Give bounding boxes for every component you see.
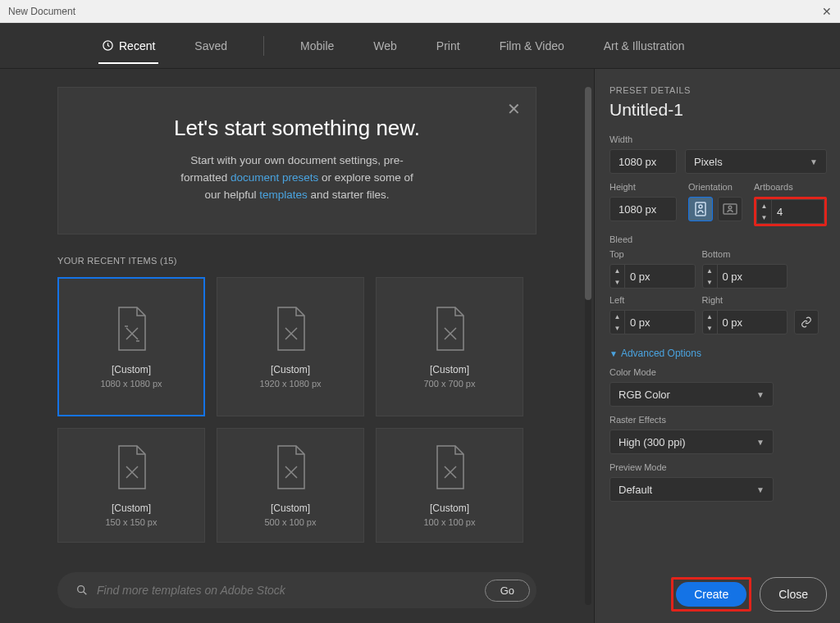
recent-items-label: YOUR RECENT ITEMS (15)	[57, 256, 576, 266]
preset-card[interactable]: [Custom] 500 x 100 px	[217, 428, 364, 543]
bleed-top-input[interactable]: ▲▼	[609, 264, 696, 289]
card-title: [Custom]	[430, 502, 469, 514]
color-mode-select[interactable]: RGB Color ▼	[609, 382, 774, 407]
link-bleed-button[interactable]	[794, 310, 819, 334]
tab-web[interactable]: Web	[370, 33, 400, 59]
card-dimensions: 500 x 100 px	[265, 517, 317, 527]
stepper-down-icon[interactable]: ▼	[703, 322, 717, 334]
link-icon	[801, 316, 812, 328]
bleed-bottom-label: Bottom	[702, 249, 788, 259]
go-button[interactable]: Go	[485, 580, 530, 602]
orientation-portrait[interactable]	[688, 197, 713, 221]
stepper-down-icon[interactable]: ▼	[757, 211, 771, 223]
stepper-down-icon[interactable]: ▼	[703, 276, 717, 288]
stepper-down-icon[interactable]: ▼	[610, 322, 624, 334]
hero-description: Start with your own document settings, p…	[125, 152, 469, 204]
height-label: Height	[609, 182, 677, 192]
window-close-icon[interactable]: ✕	[822, 5, 832, 18]
preset-details-panel: PRESET DETAILS Untitled-1 Width 1080 px …	[594, 69, 840, 623]
stock-search-bar: Go	[57, 572, 536, 608]
advanced-options-toggle[interactable]: ▼ Advanced Options	[609, 348, 827, 359]
tab-film-video[interactable]: Film & Video	[496, 33, 568, 59]
card-title: [Custom]	[112, 364, 151, 375]
link-document-presets[interactable]: document presets	[231, 171, 318, 184]
stock-search-input[interactable]	[97, 584, 477, 597]
bleed-left-label: Left	[609, 295, 696, 305]
document-icon	[112, 443, 151, 491]
tab-label: Web	[373, 39, 397, 52]
bleed-left-input[interactable]: ▲▼	[609, 310, 696, 334]
chevron-down-icon: ▼	[756, 390, 765, 399]
tab-label: Print	[436, 39, 460, 52]
stepper-up-icon[interactable]: ▲	[703, 265, 717, 276]
preset-card[interactable]: [Custom] 700 x 700 px	[376, 277, 523, 416]
chevron-down-icon: ▼	[609, 349, 618, 358]
tab-label: Mobile	[300, 39, 334, 52]
height-input[interactable]: 1080 px	[609, 197, 677, 221]
hero-banner: ✕ Let's start something new. Start with …	[57, 87, 536, 234]
recent-items-grid: [Custom] 1080 x 1080 px [Custom] 1920 x …	[57, 277, 536, 543]
stepper-up-icon[interactable]: ▲	[757, 200, 771, 211]
card-title: [Custom]	[112, 502, 151, 514]
bleed-right-input[interactable]: ▲▼	[702, 310, 788, 334]
artboards-stepper[interactable]: ▲▼	[756, 199, 824, 224]
card-title: [Custom]	[430, 364, 469, 375]
search-icon	[75, 584, 89, 597]
bleed-bottom-input[interactable]: ▲▼	[702, 264, 788, 289]
stepper-up-icon[interactable]: ▲	[703, 311, 717, 322]
scrollbar[interactable]	[585, 87, 591, 605]
tab-recent[interactable]: Recent	[98, 33, 158, 59]
width-label: Width	[609, 134, 827, 144]
bleed-top-label: Top	[609, 249, 696, 259]
tab-saved[interactable]: Saved	[191, 33, 231, 59]
orientation-landscape[interactable]	[718, 197, 742, 221]
tab-label: Recent	[119, 39, 155, 52]
preset-card[interactable]: [Custom] 150 x 150 px	[57, 428, 205, 543]
artboards-input[interactable]	[772, 200, 813, 223]
stepper-up-icon[interactable]: ▲	[610, 265, 624, 276]
card-title: [Custom]	[271, 502, 310, 514]
preset-card[interactable]: [Custom] 1920 x 1080 px	[217, 277, 364, 416]
card-title: [Custom]	[271, 364, 310, 375]
create-button[interactable]: Create	[676, 582, 746, 607]
orientation-label: Orientation	[688, 182, 742, 192]
panel-header: PRESET DETAILS	[609, 85, 827, 95]
card-dimensions: 1080 x 1080 px	[100, 379, 162, 389]
tab-label: Art & Illustration	[604, 39, 685, 52]
clock-icon	[102, 39, 114, 52]
document-icon	[430, 443, 469, 491]
svg-point-5	[728, 206, 732, 209]
tab-art-illustration[interactable]: Art & Illustration	[600, 33, 688, 59]
scrollbar-thumb[interactable]	[585, 87, 591, 300]
stepper-up-icon[interactable]: ▲	[610, 311, 624, 322]
link-templates[interactable]: templates	[259, 189, 308, 201]
card-dimensions: 150 x 150 px	[106, 517, 158, 527]
window-title: New Document	[8, 6, 75, 17]
document-name[interactable]: Untitled-1	[609, 100, 827, 120]
category-tabbar: Recent Saved Mobile Web Print Film & Vid…	[0, 23, 840, 69]
card-dimensions: 700 x 700 px	[424, 379, 476, 389]
raster-value: High (300 ppi)	[619, 436, 686, 448]
tab-divider	[263, 36, 264, 56]
preview-mode-select[interactable]: Default ▼	[609, 477, 774, 502]
preview-value: Default	[619, 484, 652, 496]
artboards-label: Artboards	[754, 182, 827, 192]
tab-print[interactable]: Print	[433, 33, 463, 59]
width-input[interactable]: 1080 px	[609, 149, 677, 174]
raster-effects-select[interactable]: High (300 ppi) ▼	[609, 430, 774, 454]
document-icon	[271, 443, 310, 491]
preset-card[interactable]: [Custom] 100 x 100 px	[376, 428, 523, 543]
tab-mobile[interactable]: Mobile	[297, 33, 337, 59]
preset-card[interactable]: [Custom] 1080 x 1080 px	[57, 277, 205, 416]
document-icon	[430, 305, 469, 352]
color-mode-value: RGB Color	[619, 389, 670, 401]
hero-close-icon[interactable]: ✕	[507, 99, 521, 119]
close-button[interactable]: Close	[760, 577, 827, 612]
document-icon	[112, 305, 151, 352]
units-select[interactable]: Pixels ▼	[685, 149, 827, 174]
color-mode-label: Color Mode	[609, 367, 827, 377]
bleed-right-label: Right	[702, 295, 788, 305]
stepper-down-icon[interactable]: ▼	[610, 276, 624, 288]
chevron-down-icon: ▼	[756, 485, 765, 494]
preview-mode-label: Preview Mode	[609, 462, 827, 472]
